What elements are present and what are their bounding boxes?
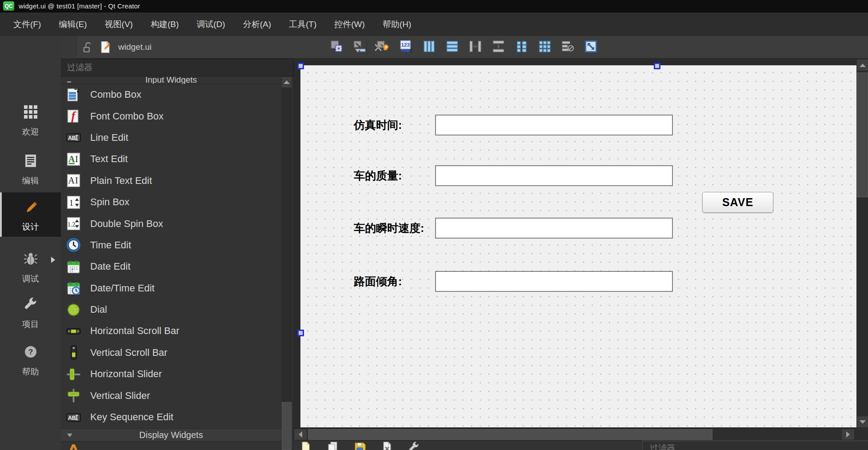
copy-button[interactable] [326,441,340,450]
mode-design[interactable]: 设计 [0,192,61,237]
widget-item-time-edit[interactable]: Time Edit [61,235,281,256]
key-sequence-icon: AB [66,410,81,425]
widget-item-double-spin-box[interactable]: 1.2Double Spin Box [61,213,281,234]
edit-widgets-button[interactable] [328,38,346,56]
mode-sidebar: 欢迎编辑设计调试项目?帮助 [0,36,61,450]
label-car-instant-speed: 车的瞬时速度: [354,218,424,239]
widget-item-datetime-edit[interactable]: Date/Time Edit [61,278,281,299]
widget-list: Combo BoxfFont Combo BoxABLine EditAITex… [61,84,281,428]
menu-widgets[interactable]: 控件(W) [325,12,374,36]
document-toolbar: widget.ui [61,36,868,59]
widget-item-plain-text-edit[interactable]: AIPlain Text Edit [61,170,281,191]
close-document-button[interactable] [380,441,394,450]
mini-wrench-icon [408,448,421,450]
adjust-size-button[interactable] [582,38,600,56]
widget-box-scrollbar[interactable] [281,76,292,450]
h-scrollbar-icon [66,323,81,339]
canvas-horizontal-scrollbar[interactable] [294,428,855,440]
mode-help[interactable]: ?帮助 [0,339,61,378]
widget-item-vertical-scroll-bar[interactable]: Vertical Scroll Bar [61,342,281,363]
tools-button[interactable] [408,441,421,450]
layout-vertically-button[interactable] [443,38,461,56]
new-file-button[interactable] [299,441,312,450]
widget-item-horizontal-slider-label: Horizontal Slider [90,368,162,380]
edit-tab-order-button[interactable]: 123 [397,38,415,56]
svg-text:1: 1 [69,198,73,207]
edit-signals-slots-button[interactable] [351,38,369,56]
layout-horizontally-button[interactable] [420,38,438,56]
scroll-down-button[interactable] [856,416,868,428]
h-slider-icon [66,366,81,382]
widget-item-spin-box[interactable]: 1Spin Box [61,191,281,213]
scroll-up-button[interactable] [281,76,292,88]
input-road-incline[interactable] [435,271,673,292]
scroll-left-button[interactable] [294,429,307,440]
save-file-button[interactable] [353,441,367,450]
bottom-filter-input[interactable] [649,443,784,450]
svg-text:?: ? [28,348,32,356]
mode-projects[interactable]: 项目 [0,291,61,330]
label-car-mass: 车的质量: [354,165,402,186]
widget-item-plain-text-edit-label: Plain Text Edit [90,175,152,187]
input-car-mass[interactable] [435,165,673,186]
widget-item-time-edit-label: Time Edit [90,239,131,251]
input-car-instant-speed[interactable] [435,218,673,239]
double-spin-box-icon: 1.2 [66,216,81,231]
edit-buddies-button[interactable] [374,38,392,56]
menu-help[interactable]: 帮助(H) [374,12,420,36]
unlock-icon[interactable] [81,40,94,54]
form-row-road-incline: 路面倾角: [300,271,856,292]
designed-form[interactable]: 仿真时间:车的质量:车的瞬时速度:路面倾角: SAVE [300,65,856,427]
selection-handle-top-center[interactable] [654,63,660,69]
selection-handle-left-middle[interactable] [297,330,304,336]
section-header-input-widgets[interactable]: Input Widgets [61,76,281,84]
scrollbar-thumb[interactable] [308,429,712,440]
combo-box-icon [66,87,81,103]
menu-analyze[interactable]: 分析(A) [234,12,280,36]
menu-view[interactable]: 视图(V) [96,12,142,36]
layout-grid-button[interactable] [536,38,554,56]
widget-item-date-edit[interactable]: Date Edit [61,256,281,277]
layout-vertical-splitter-button[interactable] [489,38,508,56]
mode-edit[interactable]: 编辑 [0,148,61,187]
selection-handle-top-left[interactable] [297,63,304,69]
v-slider-icon [66,388,81,403]
help-question-icon: ? [22,343,39,360]
section-header-display-widgets[interactable]: Display Widgets [61,428,281,442]
widget-item-dial[interactable]: Dial [61,299,281,320]
save-button[interactable]: SAVE [702,192,773,213]
canvas-vertical-scrollbar[interactable] [856,59,868,442]
widget-item-line-edit[interactable]: ABLine Edit [61,127,281,148]
input-simulation-time[interactable] [435,115,673,135]
menu-edit[interactable]: 编辑(E) [50,12,96,36]
mode-debug[interactable]: 调试 [0,246,61,285]
scroll-right-button[interactable] [841,429,855,440]
svg-text:AB: AB [68,414,76,421]
break-layout-button[interactable] [559,38,577,56]
debug-flyout-arrow-icon[interactable] [51,257,55,263]
layout-form-button[interactable] [512,38,531,56]
widget-filter-input[interactable] [61,59,293,76]
scrollbar-thumb[interactable] [282,402,292,450]
document-name[interactable]: widget.ui [118,42,152,52]
widget-item-dial-label: Dial [90,304,107,315]
menu-file[interactable]: 文件(F) [4,12,50,36]
mode-projects-label: 项目 [0,319,61,330]
scroll-up-button[interactable] [856,59,868,71]
widget-item-horizontal-slider[interactable]: Horizontal Slider [61,363,281,385]
text-edit-icon: AI [66,151,81,167]
menu-build[interactable]: 构建(B) [142,12,188,36]
mode-welcome[interactable]: 欢迎 [0,99,61,138]
edit-widgets-icon [330,40,344,55]
widget-item-vertical-slider[interactable]: Vertical Slider [61,385,281,406]
menu-tools[interactable]: 工具(T) [280,12,325,36]
widget-item-combo-box[interactable]: Combo Box [61,84,281,105]
scrollbar-thumb[interactable] [857,72,868,197]
widget-item-key-sequence-edit[interactable]: ABKey Sequence Edit [61,406,281,428]
menu-debug[interactable]: 调试(D) [188,12,234,36]
widget-item-text-edit[interactable]: AIText Edit [61,148,281,170]
widget-item-label-partial[interactable] [66,443,81,450]
layout-horizontal-splitter-button[interactable] [466,38,484,56]
widget-item-horizontal-scroll-bar[interactable]: Horizontal Scroll Bar [61,320,281,342]
widget-item-font-combo-box[interactable]: fFont Combo Box [61,105,281,127]
